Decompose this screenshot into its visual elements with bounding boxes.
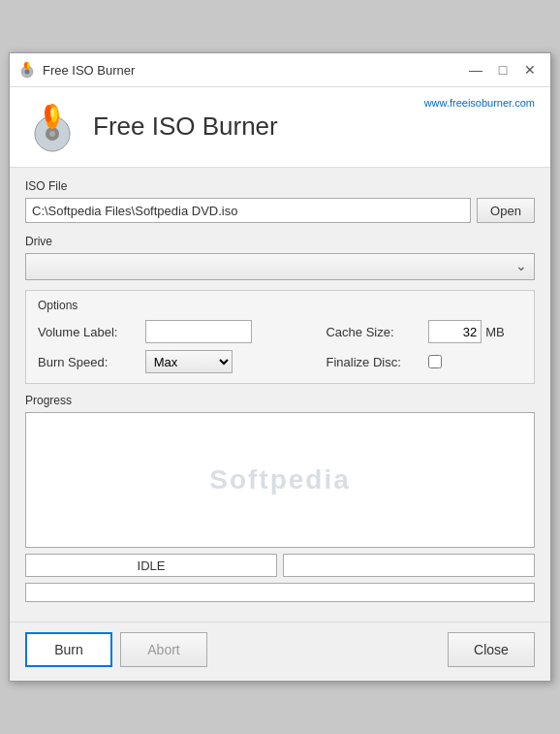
title-bar-title: Free ISO Burner [43, 63, 135, 78]
finalize-disc-label: Finalize Disc: [326, 355, 419, 369]
abort-button[interactable]: Abort [120, 632, 207, 667]
options-label: Options [38, 299, 522, 312]
drive-select[interactable] [25, 253, 535, 280]
options-section: Options Volume Label: Cache Size: MB Bur… [25, 290, 535, 384]
iso-file-input[interactable] [25, 198, 471, 223]
title-bar: Free ISO Burner — □ ✕ [10, 53, 550, 87]
volume-label-input[interactable] [145, 320, 252, 343]
app-logo-icon [25, 99, 79, 153]
svg-point-1 [25, 70, 30, 75]
mb-label: MB [485, 325, 505, 339]
cache-size-row: MB [428, 320, 522, 343]
bottom-left-buttons: Burn Abort [25, 632, 207, 667]
title-bar-controls: — □ ✕ [463, 59, 543, 80]
website-link[interactable]: www.freeisoburner.com [424, 97, 535, 109]
bottom-buttons: Burn Abort Close [10, 622, 550, 681]
iso-file-label: ISO File [25, 179, 535, 193]
iso-file-section: ISO File Open [25, 179, 535, 223]
main-window: Free ISO Burner — □ ✕ www.freeisoburner.… [9, 52, 551, 682]
svg-point-4 [27, 63, 29, 68]
status-row: IDLE [25, 554, 535, 577]
drive-section: Drive [25, 235, 535, 280]
iso-file-row: Open [25, 198, 535, 223]
close-window-button[interactable]: ✕ [517, 59, 543, 80]
svg-point-7 [49, 131, 55, 137]
header-section: www.freeisoburner.com Free ISO Burner [10, 87, 550, 168]
burn-speed-select[interactable]: Max 1x 2x 4x 8x 16x [145, 350, 233, 373]
status-right [283, 554, 535, 577]
title-bar-left: Free ISO Burner [17, 60, 135, 80]
progress-area: Softpedia [25, 412, 535, 548]
app-title: Free ISO Burner [93, 112, 278, 142]
svg-point-11 [50, 108, 54, 117]
softpedia-watermark: Softpedia [209, 464, 351, 495]
burn-speed-label: Burn Speed: [38, 355, 136, 369]
svg-point-3 [24, 62, 27, 68]
progress-bar [25, 583, 535, 602]
status-idle: IDLE [25, 554, 277, 577]
volume-label-label: Volume Label: [38, 325, 136, 339]
drive-label: Drive [25, 235, 535, 248]
app-title-icon [17, 60, 37, 80]
main-content: ISO File Open Drive Options Volume Label… [10, 168, 550, 622]
minimize-button[interactable]: — [463, 59, 488, 80]
cache-size-input[interactable] [428, 320, 482, 343]
finalize-disc-checkbox[interactable] [428, 355, 442, 368]
options-grid: Volume Label: Cache Size: MB Burn Speed:… [38, 320, 522, 373]
progress-section: Progress Softpedia IDLE [25, 394, 535, 602]
close-button[interactable]: Close [448, 632, 535, 667]
burn-button[interactable]: Burn [25, 632, 112, 667]
drive-select-wrapper [25, 253, 535, 280]
progress-label: Progress [25, 394, 535, 407]
cache-size-label: Cache Size: [326, 325, 419, 339]
open-button[interactable]: Open [477, 198, 535, 223]
maximize-button[interactable]: □ [490, 59, 515, 80]
